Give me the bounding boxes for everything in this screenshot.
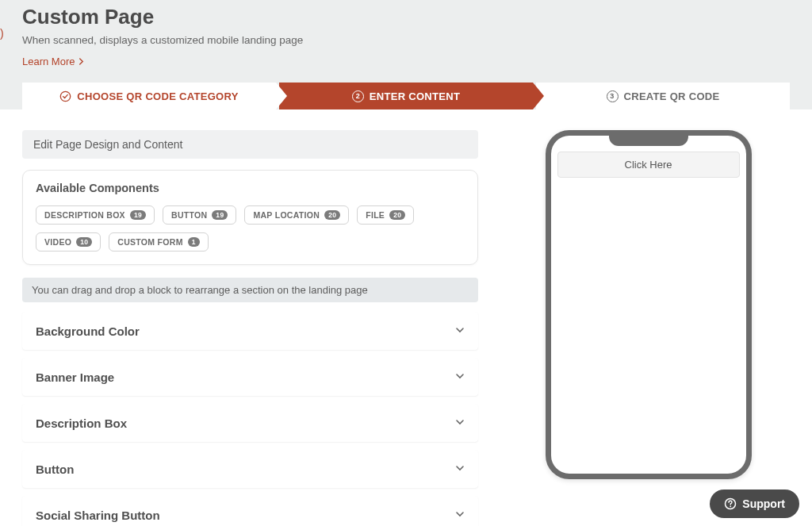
chevron-right-icon [78,58,85,65]
chevron-down-icon [455,462,465,476]
step-choose-category[interactable]: CHOOSE QR CODE CATEGORY [22,83,276,109]
chip-label: MAP LOCATION [253,210,320,220]
page-title: Custom Page [22,5,790,29]
available-components-card: Available Components DESCRIPTION BOX 19 … [22,170,478,265]
accordion-social-sharing[interactable]: Social Sharing Button [22,496,478,526]
svg-point-0 [61,91,71,101]
step-create-qr[interactable]: 3 CREATE QR CODE [536,83,790,109]
chip-count-badge: 10 [76,237,92,247]
phone-notch [609,135,688,146]
learn-more-label: Learn More [22,56,75,67]
chip-count-badge: 20 [324,210,340,220]
accordion-background-color[interactable]: Background Color [22,312,478,350]
step-number-icon: 3 [607,90,619,102]
accordion-banner-image[interactable]: Banner Image [22,358,478,396]
step-3-label: CREATE QR CODE [624,90,720,102]
editor-section-header: Edit Page Design and Content [22,130,478,159]
help-circle-icon [724,497,737,510]
components-title: Available Components [36,182,465,194]
accordion-description-box[interactable]: Description Box [22,404,478,442]
accordion-label: Button [36,463,74,476]
component-chip-button[interactable]: BUTTON 19 [163,205,236,225]
step-1-label: CHOOSE QR CODE CATEGORY [77,90,238,102]
check-circle-icon [59,90,71,102]
accordion-label: Banner Image [36,371,114,384]
page-edge-accent: ) [0,27,4,40]
chip-label: CUSTOM FORM [117,237,182,247]
svg-point-2 [730,505,732,507]
chip-count-badge: 20 [389,210,405,220]
chip-label: VIDEO [44,237,71,247]
page-header: Custom Page When scanned, displays a cus… [0,0,812,83]
wizard-steps: CHOOSE QR CODE CATEGORY 2 ENTER CONTENT … [0,83,812,109]
accordion-label: Social Sharing Button [36,509,160,522]
component-chip-map-location[interactable]: MAP LOCATION 20 [244,205,349,225]
accordion-label: Background Color [36,324,140,338]
chip-count-badge: 19 [130,210,146,220]
drag-drop-hint: You can drag and drop a block to rearran… [22,278,478,302]
component-chip-video[interactable]: VIDEO 10 [36,232,101,251]
chip-count-badge: 1 [188,237,200,247]
step-enter-content[interactable]: 2 ENTER CONTENT [279,83,533,109]
component-chip-file[interactable]: FILE 20 [357,205,414,225]
chevron-down-icon [455,324,465,338]
chevron-down-icon [455,508,465,522]
step-number-icon: 2 [352,90,364,102]
mobile-preview-frame: Click Here [546,130,752,479]
chevron-down-icon [455,416,465,430]
learn-more-link[interactable]: Learn More [22,56,85,67]
chip-label: BUTTON [171,210,207,220]
accordion-button[interactable]: Button [22,450,478,488]
support-label: Support [742,497,785,510]
accordion-label: Description Box [36,417,127,430]
components-chip-list: DESCRIPTION BOX 19 BUTTON 19 MAP LOCATIO… [36,205,465,251]
support-button[interactable]: Support [710,490,799,518]
step-2-label: ENTER CONTENT [370,90,460,102]
component-chip-description-box[interactable]: DESCRIPTION BOX 19 [36,205,155,225]
chevron-down-icon [455,370,465,384]
chip-count-badge: 19 [212,210,228,220]
page-subtitle: When scanned, displays a customized mobi… [22,34,790,46]
preview-click-here-button[interactable]: Click Here [557,152,740,178]
chip-label: FILE [366,210,385,220]
chip-label: DESCRIPTION BOX [44,210,125,220]
component-chip-custom-form[interactable]: CUSTOM FORM 1 [109,232,208,251]
